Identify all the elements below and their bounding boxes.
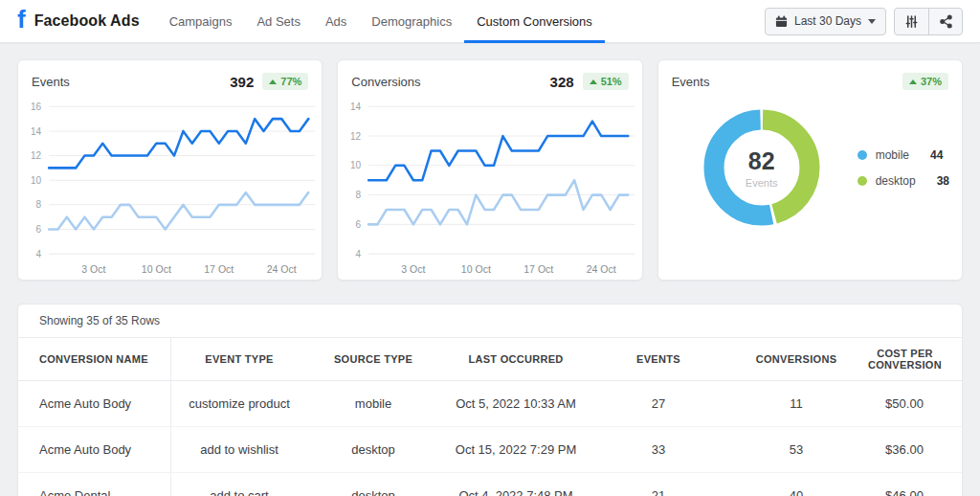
events-donut-card: Events 37% 82 Events mobile44desktop38 [657,59,963,281]
change-value: 37% [921,76,942,87]
svg-text:24 Oct: 24 Oct [267,263,297,275]
up-arrow-icon [909,79,917,84]
nav-tab-custom-conversions[interactable]: Custom Conversions [464,0,605,43]
column-header: EVENT TYPE [171,338,307,380]
card-title: Events [672,75,710,89]
top-nav: f Facebook Ads CampaignsAd SetsAdsDemogr… [0,0,980,43]
metric-total: 328 [550,74,574,90]
mobile-dot-icon [858,150,867,160]
table-cell: $50.00 [868,381,941,426]
svg-text:12: 12 [31,150,42,161]
metric-total: 392 [230,74,254,90]
column-header: CONVERSIONS [724,338,868,380]
change-value: 51% [601,76,622,87]
card-title: Events [32,75,70,89]
nav-tab-ads[interactable]: Ads [313,0,359,43]
nav-tabs: CampaignsAd SetsAdsDemographicsCustom Co… [157,0,605,43]
svg-text:3 Oct: 3 Oct [402,263,426,275]
date-range-button[interactable]: Last 30 Days [765,8,886,35]
table-cell: $36.00 [868,427,941,472]
svg-text:14: 14 [350,101,362,112]
nav-tab-demographics[interactable]: Demographics [359,0,464,43]
legend-item-mobile: mobile44 [858,148,949,162]
table-cell: 27 [592,381,724,426]
table-cell: desktop [307,473,439,496]
table-cell: 53 [724,427,868,472]
desktop-dot-icon [858,176,867,186]
nav-controls: Last 30 Days [765,8,963,35]
nav-tab-campaigns[interactable]: Campaigns [157,0,245,43]
table-cell: $46.00 [868,473,941,496]
svg-text:10 Oct: 10 Oct [142,263,171,275]
main-content: Events 392 77% 468101214163 Oct10 Oct17 … [0,43,980,496]
conversions-line-chart: 4681012143 Oct10 Oct17 Oct24 Oct [338,93,641,282]
table-cell: Oct 4, 2022 7:48 PM [439,473,592,496]
table-cell: 40 [724,473,868,496]
svg-text:8: 8 [356,190,362,200]
table-cell: Oct 15, 2022 7:29 PM [439,427,592,472]
svg-text:4: 4 [356,249,362,259]
legend-label: desktop [876,174,916,188]
table-cell: 11 [724,381,868,426]
facebook-logo-icon: f [17,7,26,32]
events-donut-chart [699,104,825,235]
date-range-label: Last 30 Days [794,14,861,28]
donut-legend: mobile44desktop38 [858,148,949,188]
table-cell: add to cart [171,473,307,496]
up-arrow-icon [590,79,597,84]
column-header: SOURCE TYPE [307,338,439,380]
toolbar-icon-group [894,8,963,35]
calendar-icon [775,15,788,28]
svg-text:10: 10 [31,175,42,186]
legend-value: 38 [937,174,949,188]
chevron-down-icon [868,19,876,24]
metric-cards-row: Events 392 77% 468101214163 Oct10 Oct17 … [17,59,963,281]
change-value: 77% [280,76,301,87]
table-header-row: CONVERSION NAMEEVENT TYPESOURCE TYPELAST… [18,338,962,381]
svg-text:8: 8 [36,199,42,210]
table-row: Acme Auto Bodycustomize productmobileOct… [18,381,962,427]
change-badge: 37% [902,73,948,90]
change-badge: 51% [583,73,629,90]
svg-text:10: 10 [350,160,362,170]
table-cell: mobile [307,381,439,426]
svg-text:4: 4 [36,249,42,259]
app-title: Facebook Ads [34,12,140,30]
share-icon [939,14,953,29]
table-cell: Acme Auto Body [39,381,171,426]
table-cell: Acme Dental [39,473,171,496]
conversions-table-card: Showing 35 of 35 Rows CONVERSION NAMEEVE… [17,304,963,496]
svg-text:12: 12 [350,131,362,142]
events-line-chart: 468101214163 Oct10 Oct17 Oct24 Oct [18,93,322,282]
svg-text:6: 6 [356,219,362,230]
events-line-card: Events 392 77% 468101214163 Oct10 Oct17 … [17,59,323,281]
svg-text:24 Oct: 24 Oct [587,263,616,275]
table-cell: add to wishlist [171,427,307,472]
conversions-line-card: Conversions 328 51% 4681012143 Oct10 Oct… [337,59,642,281]
nav-tab-ad-sets[interactable]: Ad Sets [244,0,313,43]
svg-text:16: 16 [31,101,42,112]
share-button[interactable] [928,9,962,34]
table-cell: Acme Auto Body [39,427,171,472]
brand: f Facebook Ads [17,9,140,34]
svg-text:17 Oct: 17 Oct [204,263,234,275]
filter-button[interactable] [895,9,928,34]
column-header: EVENTS [592,338,724,380]
table-body: Acme Auto Bodycustomize productmobileOct… [18,381,962,496]
table-cell: customize product [171,381,307,426]
up-arrow-icon [269,79,277,84]
column-header: CONVERSION NAME [39,338,171,380]
table-row: Acme Dentaladd to cartdesktopOct 4, 2022… [18,473,962,496]
legend-item-desktop: desktop38 [858,174,949,188]
legend-label: mobile [876,148,909,162]
svg-text:14: 14 [31,125,42,136]
svg-text:6: 6 [36,224,42,235]
svg-text:17 Oct: 17 Oct [524,263,554,275]
column-header: COST PER CONVERSION [868,338,942,380]
filter-sliders-icon [904,14,919,29]
table-cell: 33 [592,427,724,472]
legend-value: 44 [930,148,943,162]
card-title: Conversions [351,75,420,89]
change-badge: 77% [262,73,308,90]
table-cell: 21 [592,473,724,496]
